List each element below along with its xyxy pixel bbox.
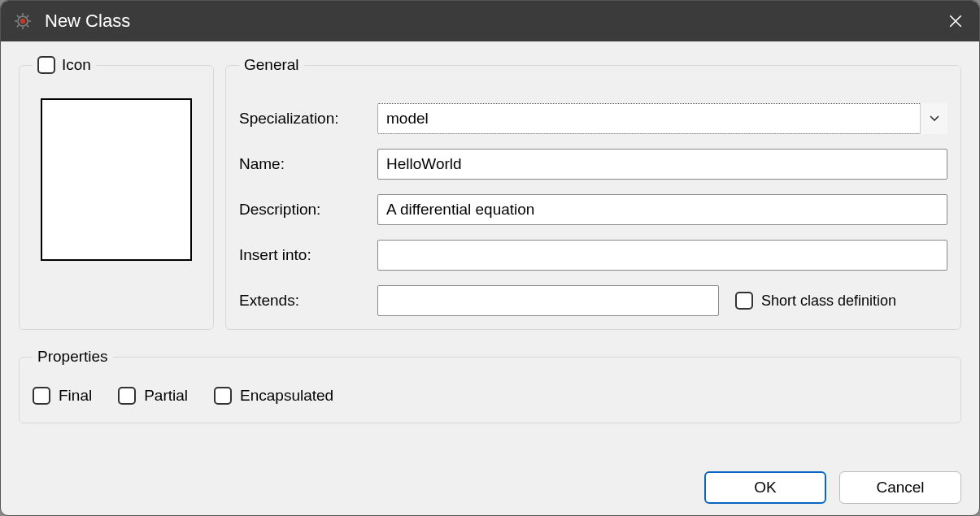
- window-title: New Class: [45, 11, 943, 32]
- close-button[interactable]: [943, 9, 968, 33]
- close-icon: [948, 14, 963, 28]
- partial-item: Partial: [118, 387, 188, 405]
- label-name: Name:: [239, 155, 369, 173]
- cancel-button-label: Cancel: [876, 479, 924, 496]
- encapsulated-item: Encapsulated: [214, 387, 333, 405]
- specialization-combo[interactable]: [377, 103, 947, 134]
- icon-legend: Icon: [33, 56, 96, 74]
- icon-legend-label: Icon: [62, 56, 91, 74]
- final-label: Final: [59, 387, 92, 405]
- dialog-content: Icon General Specialization:: [1, 41, 979, 515]
- chevron-down-icon: [930, 115, 939, 122]
- label-insert-into: Insert into:: [239, 246, 369, 264]
- name-input[interactable]: [377, 149, 947, 180]
- general-group: General Specialization: Name:: [225, 56, 961, 330]
- app-gear-icon: [12, 11, 33, 32]
- row-insert-into: Insert into:: [239, 240, 947, 271]
- label-description: Description:: [239, 201, 369, 219]
- label-specialization: Specialization:: [239, 110, 369, 128]
- specialization-input[interactable]: [377, 103, 947, 134]
- final-item: Final: [33, 387, 92, 405]
- svg-point-1: [20, 19, 25, 24]
- short-class-def-checkbox[interactable]: [735, 292, 753, 310]
- specialization-dropdown-button[interactable]: [920, 103, 947, 134]
- encapsulated-label: Encapsulated: [240, 387, 333, 405]
- general-legend: General: [239, 56, 304, 74]
- row-name: Name:: [239, 149, 947, 180]
- icon-preview-box[interactable]: [41, 98, 192, 261]
- description-input[interactable]: [377, 194, 947, 225]
- label-extends: Extends:: [239, 292, 369, 310]
- extends-input[interactable]: [377, 285, 719, 316]
- insert-into-input[interactable]: [377, 240, 947, 271]
- short-class-def-label: Short class definition: [761, 293, 896, 310]
- properties-group: Properties Final Partial Encapsulated: [19, 348, 961, 423]
- final-checkbox[interactable]: [33, 387, 50, 405]
- row-description: Description:: [239, 194, 947, 225]
- encapsulated-checkbox[interactable]: [214, 387, 232, 405]
- top-row: Icon General Specialization:: [19, 56, 961, 330]
- icon-checkbox[interactable]: [37, 56, 55, 74]
- cancel-button[interactable]: Cancel: [839, 471, 961, 504]
- dialog-window: New Class Icon General Specialization:: [0, 0, 980, 516]
- row-specialization: Specialization:: [239, 103, 947, 134]
- partial-checkbox[interactable]: [118, 387, 136, 405]
- row-extends: Extends: Short class definition: [239, 285, 947, 316]
- properties-row: Final Partial Encapsulated: [33, 375, 947, 410]
- properties-legend: Properties: [33, 348, 113, 366]
- partial-label: Partial: [144, 387, 188, 405]
- ok-button-label: OK: [754, 479, 776, 496]
- titlebar: New Class: [1, 1, 979, 41]
- icon-group: Icon: [19, 56, 214, 330]
- ok-button[interactable]: OK: [704, 471, 826, 504]
- button-row: OK Cancel: [19, 457, 961, 504]
- short-class-def-wrap: Short class definition: [735, 292, 896, 310]
